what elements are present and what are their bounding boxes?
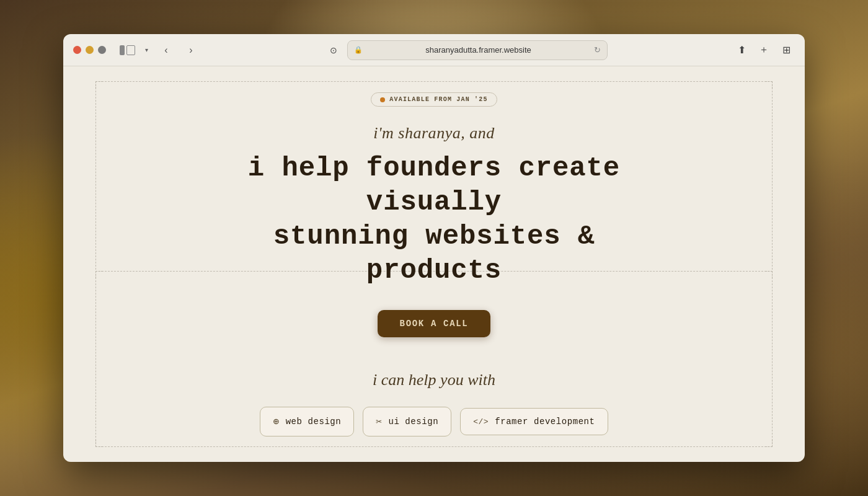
service-card-framer-dev[interactable]: </> framer development: [460, 408, 608, 435]
section-services: i can help you with ⊕ web design ✂ ui de…: [260, 371, 608, 436]
forward-button[interactable]: ›: [182, 42, 200, 59]
tabs-overview-icon[interactable]: ⊞: [777, 42, 795, 59]
guide-corner-bl: [95, 440, 103, 447]
lock-icon: 🔒: [354, 46, 363, 54]
heading-line1: i help founders create visually: [248, 153, 620, 218]
sidebar-chevron-icon[interactable]: ▾: [143, 46, 150, 54]
share-icon[interactable]: ⬆: [733, 42, 750, 59]
service-card-web-design[interactable]: ⊕ web design: [260, 407, 354, 436]
badge-text: AVAILABLE FROM JAN '25: [389, 96, 487, 103]
framer-dev-icon: </>: [473, 417, 489, 427]
browser-window: ▾ ‹ › ⊙ 🔒 sharanyadutta.framer.website ↻…: [63, 34, 805, 462]
guide-corner-br: [765, 440, 773, 447]
browser-content: AVAILABLE FROM JAN '25 i'm sharanya, and…: [63, 66, 805, 462]
availability-badge: AVAILABLE FROM JAN '25: [371, 92, 497, 107]
italic-intro: i'm sharanya, and: [373, 124, 495, 143]
main-heading: i help founders create visually stunning…: [217, 151, 651, 288]
sidebar-toggle[interactable]: [120, 45, 135, 55]
ui-design-label: ui design: [388, 417, 438, 427]
refresh-icon[interactable]: ↻: [594, 45, 601, 55]
badge-dot: [380, 97, 385, 102]
address-bar-container: ⊙ 🔒 sharanyadutta.framer.website ↻: [207, 40, 725, 60]
privacy-icon[interactable]: ⊙: [325, 42, 342, 59]
close-button[interactable]: [73, 46, 81, 54]
book-call-button[interactable]: BOOK A CALL: [378, 310, 491, 337]
guide-bot: [95, 446, 773, 447]
ui-design-icon: ✂: [376, 415, 382, 428]
address-bar[interactable]: 🔒 sharanyadutta.framer.website ↻: [347, 40, 608, 60]
service-cards: ⊕ web design ✂ ui design </> framer deve…: [260, 407, 608, 436]
heading-line2: stunning websites & products: [273, 221, 595, 286]
toolbar-right: ⬆ ＋ ⊞: [733, 42, 795, 59]
section-subtitle: i can help you with: [373, 371, 495, 389]
page-content: AVAILABLE FROM JAN '25 i'm sharanya, and…: [63, 66, 805, 436]
url-text: sharanyadutta.framer.website: [366, 45, 590, 55]
service-card-ui-design[interactable]: ✂ ui design: [363, 407, 451, 436]
back-button[interactable]: ‹: [157, 42, 175, 59]
browser-toolbar: ▾ ‹ › ⊙ 🔒 sharanyadutta.framer.website ↻…: [63, 34, 805, 66]
framer-dev-label: framer development: [495, 417, 595, 427]
fullscreen-button[interactable]: [98, 46, 106, 54]
traffic-lights: [73, 46, 106, 54]
minimize-button[interactable]: [86, 46, 94, 54]
web-design-icon: ⊕: [273, 415, 279, 428]
new-tab-icon[interactable]: ＋: [755, 42, 773, 59]
web-design-label: web design: [286, 417, 342, 427]
